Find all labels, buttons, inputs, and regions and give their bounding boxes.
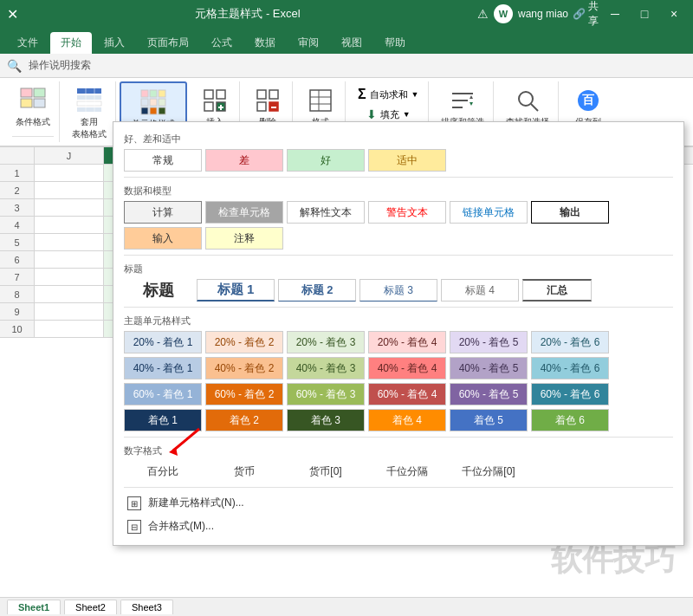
- theme-20-5[interactable]: 20% - 着色 5: [450, 331, 528, 353]
- cell[interactable]: [35, 286, 104, 303]
- merge-format-menu-item[interactable]: ⊟ 合并格式(M)...: [113, 515, 683, 538]
- row-6: 6: [0, 251, 34, 269]
- tab-help[interactable]: 帮助: [374, 32, 416, 54]
- ribbon-group-table: 套用表格格式: [63, 81, 116, 142]
- cell[interactable]: [35, 321, 104, 338]
- tab-review[interactable]: 审阅: [288, 32, 329, 54]
- theme-60-3[interactable]: 60% - 着色 3: [287, 383, 365, 405]
- sheet-tab-2[interactable]: Sheet2: [64, 600, 117, 614]
- tab-data[interactable]: 数据: [244, 32, 286, 54]
- nf-currency[interactable]: 货币: [205, 461, 283, 482]
- theme-20-4[interactable]: 20% - 着色 4: [368, 331, 446, 353]
- restore-button[interactable]: □: [632, 2, 657, 26]
- cell[interactable]: [35, 234, 104, 251]
- cell[interactable]: [35, 303, 104, 321]
- theme-s3[interactable]: 着色 3: [287, 409, 365, 431]
- sheet-tab-3[interactable]: Sheet3: [120, 600, 173, 614]
- theme-s6[interactable]: 着色 6: [531, 409, 609, 431]
- style-link[interactable]: 链接单元格: [450, 201, 528, 224]
- fill-icon: ⬇: [366, 107, 377, 121]
- tab-formula[interactable]: 公式: [201, 32, 243, 54]
- svg-rect-30: [310, 90, 331, 111]
- minimize-button[interactable]: ─: [603, 2, 627, 26]
- autosum-button[interactable]: Σ 自动求和 ▼: [354, 85, 423, 104]
- cell[interactable]: [35, 165, 104, 182]
- theme-40-2[interactable]: 40% - 着色 2: [205, 357, 283, 379]
- theme-60-6[interactable]: 60% - 着色 6: [531, 383, 609, 405]
- style-bad[interactable]: 差: [205, 149, 283, 172]
- theme-row-60: 60% - 着色 1 60% - 着色 2 60% - 着色 3 60% - 着…: [113, 381, 683, 407]
- theme-s4[interactable]: 着色 4: [368, 409, 446, 431]
- theme-s1[interactable]: 着色 1: [124, 409, 202, 431]
- theme-60-4[interactable]: 60% - 着色 4: [368, 383, 446, 405]
- theme-20-1[interactable]: 20% - 着色 1: [124, 331, 202, 353]
- theme-60-2[interactable]: 60% - 着色 2: [205, 383, 283, 405]
- tab-file[interactable]: 文件: [7, 32, 49, 54]
- row-3: 3: [0, 199, 34, 217]
- nf-percent[interactable]: 百分比: [124, 461, 202, 482]
- search-icon: 🔍: [7, 59, 22, 73]
- cell[interactable]: [35, 217, 104, 234]
- cell[interactable]: [35, 199, 104, 217]
- style-h2[interactable]: 标题 2: [278, 279, 356, 302]
- new-cell-style-menu-item[interactable]: ⊞ 新建单元格样式(N)...: [113, 491, 683, 515]
- style-normal[interactable]: 常规: [124, 149, 202, 172]
- theme-20-2[interactable]: 20% - 着色 2: [205, 331, 283, 353]
- search-label[interactable]: 操作说明搜索: [29, 58, 91, 73]
- theme-40-1[interactable]: 40% - 着色 1: [124, 357, 202, 379]
- svg-rect-11: [150, 90, 157, 97]
- svg-rect-20: [204, 102, 213, 111]
- style-input[interactable]: 输入: [124, 227, 202, 250]
- fill-button[interactable]: ⬇ 填充 ▼: [363, 106, 414, 123]
- theme-40-5[interactable]: 40% - 着色 5: [450, 357, 528, 379]
- theme-s5[interactable]: 着色 5: [450, 409, 528, 431]
- style-warning[interactable]: 警告文本: [368, 201, 446, 224]
- find-select-icon: [514, 87, 541, 114]
- conditional-format-button[interactable]: 条件格式: [12, 85, 54, 130]
- theme-20-3[interactable]: 20% - 着色 3: [287, 331, 365, 353]
- cell[interactable]: [35, 251, 104, 269]
- style-grid-s1: 常规 差 好 适中: [113, 147, 683, 173]
- style-total[interactable]: 汇总: [522, 279, 592, 302]
- conditional-group-label: [12, 136, 54, 139]
- divider-5: [124, 487, 673, 488]
- style-h1[interactable]: 标题 1: [197, 279, 275, 302]
- nf-thousands[interactable]: 千位分隔: [368, 461, 446, 482]
- col-header-j[interactable]: J: [35, 147, 104, 164]
- style-h3[interactable]: 标题 3: [359, 279, 437, 302]
- autosum-dropdown-icon[interactable]: ▼: [411, 90, 419, 99]
- style-title[interactable]: 标题: [124, 279, 193, 302]
- style-note[interactable]: 注释: [205, 227, 283, 250]
- fill-dropdown-icon[interactable]: ▼: [403, 110, 411, 119]
- style-calc[interactable]: 计算: [124, 201, 202, 224]
- style-neutral[interactable]: 适中: [368, 149, 446, 172]
- table-style-button[interactable]: 套用表格格式: [68, 85, 110, 142]
- theme-40-6[interactable]: 40% - 着色 6: [531, 357, 609, 379]
- style-explain[interactable]: 解释性文本: [287, 201, 365, 224]
- svg-rect-16: [141, 107, 148, 114]
- theme-20-6[interactable]: 20% - 着色 6: [531, 331, 609, 353]
- style-h4[interactable]: 标题 4: [441, 279, 519, 302]
- tab-page-layout[interactable]: 页面布局: [137, 32, 199, 54]
- tab-home[interactable]: 开始: [50, 32, 92, 54]
- sheet-tab-1[interactable]: Sheet1: [7, 600, 61, 614]
- theme-60-1[interactable]: 60% - 着色 1: [124, 383, 202, 405]
- theme-40-4[interactable]: 40% - 着色 4: [368, 357, 446, 379]
- close-button[interactable]: ×: [662, 2, 686, 26]
- tab-view[interactable]: 视图: [331, 32, 372, 54]
- style-output[interactable]: 输出: [531, 201, 609, 224]
- theme-40-3[interactable]: 40% - 着色 3: [287, 357, 365, 379]
- table-style-icon: [75, 87, 103, 114]
- nf-currency0[interactable]: 货币[0]: [287, 461, 365, 482]
- theme-60-5[interactable]: 60% - 着色 5: [450, 383, 528, 405]
- cell[interactable]: [35, 182, 104, 199]
- theme-s2[interactable]: 着色 2: [205, 409, 283, 431]
- cell[interactable]: [35, 269, 104, 286]
- new-style-label: 新建单元格样式(N)...: [148, 496, 244, 510]
- tab-insert[interactable]: 插入: [94, 32, 135, 54]
- share-button[interactable]: 🔗 共享: [573, 2, 598, 26]
- style-good[interactable]: 好: [287, 149, 365, 172]
- style-check[interactable]: 检查单元格: [205, 201, 283, 224]
- nf-thousands0[interactable]: 千位分隔[0]: [450, 461, 528, 482]
- svg-rect-14: [150, 99, 157, 106]
